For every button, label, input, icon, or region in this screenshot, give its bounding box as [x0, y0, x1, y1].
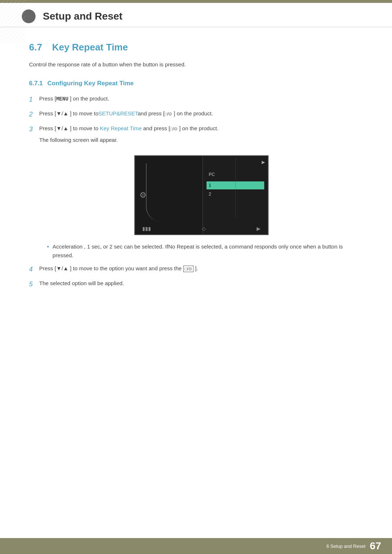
section-description: Control the response rate of a button wh… — [29, 60, 363, 69]
step-3-highlight: Key Repeat Time — [98, 125, 143, 131]
highlight-2sec: 2 sec — [110, 243, 123, 250]
step-4: 4 Press [▼/▲ ] to move to the option you… — [29, 264, 363, 275]
step-1: 1 Press [MENU ] on the product. — [29, 94, 363, 105]
step-4-number: 4 — [29, 264, 39, 275]
menu-dots-divider — [235, 158, 236, 218]
step-1-keyword: MENU — [56, 96, 69, 102]
step-3-text: Press [▼/▲ ] to move to Key Repeat Time … — [39, 124, 219, 133]
screen-bottom-bar: ▮▮▮ ◇ ▶ — [135, 226, 268, 231]
main-content: 6.7 Key Repeat Time Control the response… — [0, 27, 392, 323]
step-3: 3 Press [▼/▲ ] to move to Key Repeat Tim… — [29, 124, 363, 145]
page-title: Setup and Reset — [43, 11, 122, 22]
step-1-text: Press [MENU ] on the product. — [39, 94, 363, 103]
bullet-text: Acceleration , 1 sec, or 2 sec can be se… — [53, 242, 363, 260]
menu-arrow-right-icon: ▶ — [262, 160, 265, 165]
step-2-text: Press [▼/▲ ] to move toSETUP&RESETand pr… — [39, 109, 363, 118]
section-title: 6.7 Key Repeat Time — [29, 42, 363, 53]
step-2-highlight: SETUP&RESET — [98, 110, 138, 116]
gear-icon: ⚙ — [139, 190, 147, 200]
step-5: 5 The selected option will be applied. — [29, 279, 363, 290]
screen-icon-left: ▮▮▮ — [142, 226, 151, 231]
screen-icon-center: ◇ — [202, 226, 206, 231]
highlight-norepeat: No Repeat — [168, 243, 194, 250]
steps-list: 1 Press [MENU ] on the product. 2 Press … — [29, 94, 363, 144]
step-2-number: 2 — [29, 109, 39, 120]
step-2: 2 Press [▼/▲ ] to move toSETUP&RESETand … — [29, 109, 363, 120]
top-stripe — [0, 0, 392, 3]
subsection-title: 6.7.1 Configuring Key Repeat Time — [29, 80, 363, 87]
subsection-number: 6.7.1 — [29, 80, 43, 87]
bullet-icon: ■ — [47, 245, 49, 249]
section-number: 6.7 — [29, 42, 42, 53]
header-icon-circle — [22, 9, 36, 23]
menu-panel: ▶ PC 1 2 — [203, 156, 268, 234]
screen-container: ⚙ ▶ PC 1 2 ▮▮▮ ◇ ▶ — [40, 155, 363, 235]
section-heading: Key Repeat Time — [52, 42, 128, 53]
screen-curve-decoration — [146, 163, 168, 221]
step-3-indent: The following screen will appear. — [39, 136, 118, 144]
step-1-number: 1 — [29, 94, 39, 105]
bullet-note: ■ Acceleration , 1 sec, or 2 sec can be … — [47, 242, 363, 260]
footer-label: 6 Setup and Reset — [326, 543, 366, 549]
screen-icon-right: ▶ — [257, 226, 261, 231]
step-4-text: Press [▼/▲ ] to move to the option you w… — [39, 264, 363, 273]
subsection-heading: Configuring Key Repeat Time — [48, 80, 134, 87]
highlight-1sec: 1 sec — [87, 243, 100, 250]
footer-page-number: 67 — [370, 540, 381, 552]
step-5-number: 5 — [29, 279, 39, 290]
step-3-number: 3 — [29, 124, 39, 135]
highlight-acceleration: Acceleration — [53, 243, 83, 250]
step-5-text: The selected option will be applied. — [39, 279, 363, 288]
header: Setup and Reset — [0, 3, 392, 27]
screen-mockup: ⚙ ▶ PC 1 2 ▮▮▮ ◇ ▶ — [134, 155, 269, 235]
footer: 6 Setup and Reset 67 — [0, 538, 392, 554]
